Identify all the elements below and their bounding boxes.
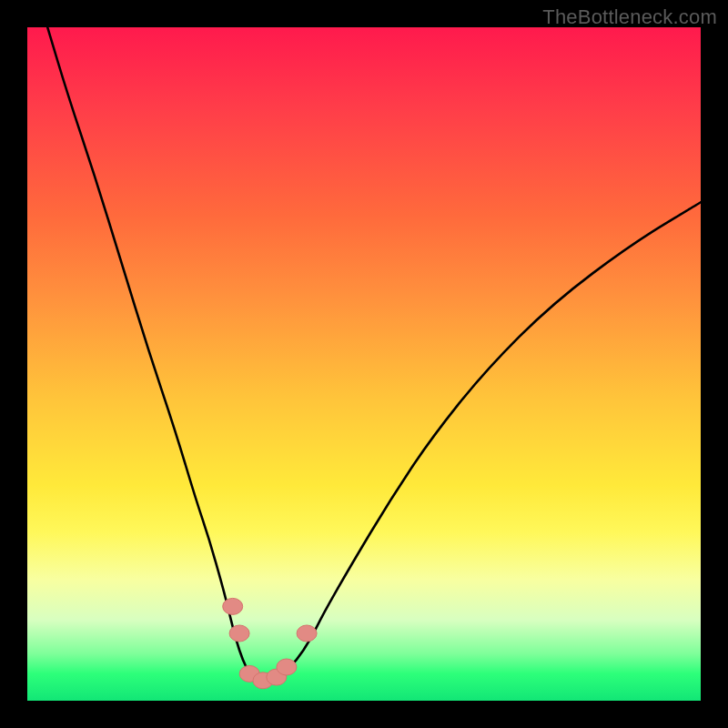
left-marker-lower: [229, 625, 249, 642]
right-marker-upper: [297, 625, 317, 642]
valley-right-2: [277, 659, 297, 675]
curve-layer: [27, 27, 701, 701]
plot-area: [27, 27, 701, 701]
chart-frame: TheBottleneck.com: [0, 0, 728, 728]
bottleneck-curve: [47, 27, 701, 681]
watermark-text: TheBottleneck.com: [542, 5, 717, 29]
left-marker-upper: [223, 598, 243, 614]
